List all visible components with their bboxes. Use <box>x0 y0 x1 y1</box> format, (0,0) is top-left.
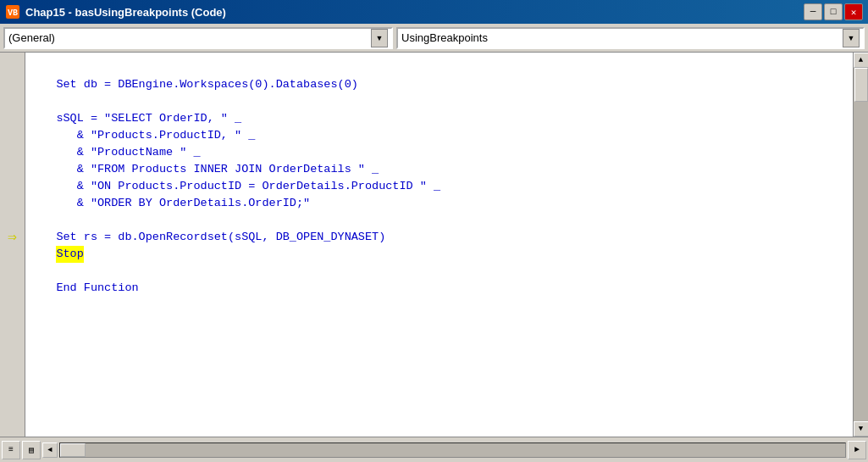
scroll-right-button[interactable]: ► <box>848 441 866 459</box>
gutter-line <box>0 144 25 161</box>
scroll-down-button[interactable]: ▼ <box>854 421 869 437</box>
general-dropdown-value: (General) <box>8 31 55 44</box>
code-line <box>29 212 849 229</box>
scroll-thumb-v[interactable] <box>854 68 868 102</box>
procedure-dropdown-value: UsingBreakpoints <box>401 31 488 44</box>
stop-line: Stop <box>29 246 849 263</box>
vertical-scrollbar[interactable]: ▲ ▼ <box>853 53 868 437</box>
general-dropdown[interactable]: (General) ▼ <box>3 27 393 49</box>
breakpoint-gutter: ⇒ <box>0 53 25 437</box>
window-title: Chap15 - basUsingBreakpoints (Code) <box>25 6 804 19</box>
horizontal-scrollbar-track <box>59 443 846 458</box>
procedure-dropdown-arrow[interactable]: ▼ <box>843 29 860 47</box>
gutter-line <box>0 195 25 212</box>
code-line: End Function <box>29 280 849 297</box>
procedure-dropdown[interactable]: UsingBreakpoints ▼ <box>396 27 865 49</box>
code-line: Set db = DBEngine.Workspaces(0).Database… <box>29 76 849 93</box>
status-bar: ≡ ▤ ◄ ► <box>0 437 868 462</box>
code-line: & "ORDER BY OrderDetails.OrderID;" <box>29 195 849 212</box>
code-line: & "Products.ProductID, " _ <box>29 127 849 144</box>
execution-arrow-icon: ⇒ <box>8 229 17 246</box>
close-button[interactable]: ✕ <box>844 3 863 20</box>
code-editor[interactable]: Set db = DBEngine.Workspaces(0).Database… <box>25 53 853 437</box>
code-line: & "ProductName " _ <box>29 144 849 161</box>
maximize-button[interactable]: □ <box>824 3 843 20</box>
code-line <box>29 59 849 76</box>
window-controls: ─ □ ✕ <box>804 3 863 20</box>
gutter-line <box>0 59 25 76</box>
minimize-button[interactable]: ─ <box>804 3 822 20</box>
code-line: Set rs = db.OpenRecordset(sSQL, DB_OPEN_… <box>29 229 849 246</box>
gutter-line <box>0 110 25 127</box>
general-dropdown-arrow[interactable]: ▼ <box>371 29 388 47</box>
app-icon: VB <box>5 4 20 19</box>
scroll-up-button[interactable]: ▲ <box>854 53 869 68</box>
horizontal-scrollbar-thumb[interactable] <box>60 443 86 457</box>
svg-text:VB: VB <box>8 8 18 18</box>
gutter-line <box>0 127 25 144</box>
code-line <box>29 263 849 280</box>
gutter-line <box>0 161 25 178</box>
code-line: sSQL = "SELECT OrderID, " _ <box>29 110 849 127</box>
code-line: & "FROM Products INNER JOIN OrderDetails… <box>29 161 849 178</box>
view-normal-button[interactable]: ≡ <box>2 441 20 459</box>
gutter-line <box>0 76 25 93</box>
code-line: & "ON Products.ProductID = OrderDetails.… <box>29 178 849 195</box>
view-full-button[interactable]: ▤ <box>22 441 41 459</box>
gutter-line <box>0 178 25 195</box>
code-line <box>29 93 849 110</box>
gutter-line <box>0 212 25 229</box>
scroll-track-v <box>854 68 868 421</box>
toolbar: (General) ▼ UsingBreakpoints ▼ <box>0 24 868 53</box>
scroll-left-button[interactable]: ◄ <box>42 443 58 458</box>
gutter-line <box>0 93 25 110</box>
stop-statement: Stop <box>56 246 83 263</box>
editor-container: ⇒ Set db = DBEngine.Workspaces(0).Databa… <box>0 53 868 437</box>
breakpoint-arrow-line: ⇒ <box>0 229 25 246</box>
title-bar: VB Chap15 - basUsingBreakpoints (Code) ─… <box>0 0 868 24</box>
